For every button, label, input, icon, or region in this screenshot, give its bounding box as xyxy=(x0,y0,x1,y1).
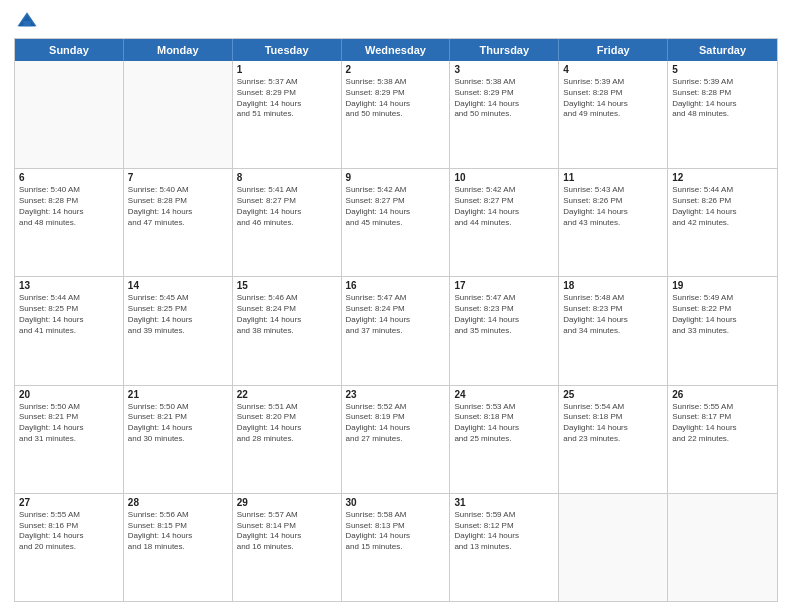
day-cell-31: 31Sunrise: 5:59 AMSunset: 8:12 PMDayligh… xyxy=(450,494,559,601)
cell-line: Sunrise: 5:54 AM xyxy=(563,402,663,413)
cell-line: Sunrise: 5:38 AM xyxy=(346,77,446,88)
day-number: 24 xyxy=(454,389,554,400)
cell-line: Sunrise: 5:42 AM xyxy=(454,185,554,196)
cell-line: Daylight: 14 hours xyxy=(563,99,663,110)
day-number: 22 xyxy=(237,389,337,400)
day-number: 2 xyxy=(346,64,446,75)
calendar-body: 1Sunrise: 5:37 AMSunset: 8:29 PMDaylight… xyxy=(15,61,777,601)
cell-line: Sunrise: 5:59 AM xyxy=(454,510,554,521)
cell-line: Sunset: 8:16 PM xyxy=(19,521,119,532)
cell-line: Daylight: 14 hours xyxy=(19,531,119,542)
cell-line: Sunset: 8:12 PM xyxy=(454,521,554,532)
header-day-sunday: Sunday xyxy=(15,39,124,61)
day-number: 14 xyxy=(128,280,228,291)
cell-line: Daylight: 14 hours xyxy=(454,423,554,434)
day-number: 27 xyxy=(19,497,119,508)
day-number: 7 xyxy=(128,172,228,183)
day-number: 3 xyxy=(454,64,554,75)
cell-line: and 20 minutes. xyxy=(19,542,119,553)
day-number: 18 xyxy=(563,280,663,291)
cell-line: Sunset: 8:28 PM xyxy=(19,196,119,207)
cell-line: Sunrise: 5:53 AM xyxy=(454,402,554,413)
cell-line: Daylight: 14 hours xyxy=(128,315,228,326)
day-cell-23: 23Sunrise: 5:52 AMSunset: 8:19 PMDayligh… xyxy=(342,386,451,493)
day-number: 11 xyxy=(563,172,663,183)
cell-line: Sunset: 8:18 PM xyxy=(563,412,663,423)
cell-line: Daylight: 14 hours xyxy=(563,423,663,434)
cell-line: Daylight: 14 hours xyxy=(563,207,663,218)
cell-line: Daylight: 14 hours xyxy=(128,531,228,542)
day-number: 9 xyxy=(346,172,446,183)
cell-line: Daylight: 14 hours xyxy=(563,315,663,326)
cell-line: Sunrise: 5:44 AM xyxy=(672,185,773,196)
cell-line: and 41 minutes. xyxy=(19,326,119,337)
cell-line: and 49 minutes. xyxy=(563,109,663,120)
day-number: 5 xyxy=(672,64,773,75)
cell-line: Sunset: 8:21 PM xyxy=(19,412,119,423)
header xyxy=(14,10,778,32)
cell-line: Sunrise: 5:43 AM xyxy=(563,185,663,196)
day-number: 31 xyxy=(454,497,554,508)
calendar-header: SundayMondayTuesdayWednesdayThursdayFrid… xyxy=(15,39,777,61)
cell-line: Sunrise: 5:40 AM xyxy=(19,185,119,196)
cell-line: Sunset: 8:27 PM xyxy=(454,196,554,207)
day-cell-14: 14Sunrise: 5:45 AMSunset: 8:25 PMDayligh… xyxy=(124,277,233,384)
cell-line: Sunset: 8:26 PM xyxy=(672,196,773,207)
cell-line: Sunrise: 5:58 AM xyxy=(346,510,446,521)
day-number: 23 xyxy=(346,389,446,400)
cell-line: Sunrise: 5:55 AM xyxy=(672,402,773,413)
cell-line: Daylight: 14 hours xyxy=(346,315,446,326)
day-number: 21 xyxy=(128,389,228,400)
day-number: 19 xyxy=(672,280,773,291)
cell-line: and 13 minutes. xyxy=(454,542,554,553)
day-cell-1: 1Sunrise: 5:37 AMSunset: 8:29 PMDaylight… xyxy=(233,61,342,168)
day-number: 17 xyxy=(454,280,554,291)
cell-line: Sunrise: 5:41 AM xyxy=(237,185,337,196)
cell-line: and 44 minutes. xyxy=(454,218,554,229)
cell-line: and 47 minutes. xyxy=(128,218,228,229)
day-cell-25: 25Sunrise: 5:54 AMSunset: 8:18 PMDayligh… xyxy=(559,386,668,493)
cell-line: and 48 minutes. xyxy=(672,109,773,120)
day-number: 26 xyxy=(672,389,773,400)
day-cell-7: 7Sunrise: 5:40 AMSunset: 8:28 PMDaylight… xyxy=(124,169,233,276)
cell-line: Daylight: 14 hours xyxy=(237,207,337,218)
day-cell-2: 2Sunrise: 5:38 AMSunset: 8:29 PMDaylight… xyxy=(342,61,451,168)
cell-line: and 18 minutes. xyxy=(128,542,228,553)
day-cell-3: 3Sunrise: 5:38 AMSunset: 8:29 PMDaylight… xyxy=(450,61,559,168)
cell-line: Daylight: 14 hours xyxy=(346,99,446,110)
cell-line: Sunset: 8:26 PM xyxy=(563,196,663,207)
cell-line: and 27 minutes. xyxy=(346,434,446,445)
cell-line: Sunset: 8:22 PM xyxy=(672,304,773,315)
day-cell-20: 20Sunrise: 5:50 AMSunset: 8:21 PMDayligh… xyxy=(15,386,124,493)
cell-line: Sunrise: 5:39 AM xyxy=(563,77,663,88)
day-number: 15 xyxy=(237,280,337,291)
cell-line: and 31 minutes. xyxy=(19,434,119,445)
cell-line: Sunset: 8:13 PM xyxy=(346,521,446,532)
header-day-monday: Monday xyxy=(124,39,233,61)
day-cell-22: 22Sunrise: 5:51 AMSunset: 8:20 PMDayligh… xyxy=(233,386,342,493)
day-number: 25 xyxy=(563,389,663,400)
cell-line: Sunrise: 5:37 AM xyxy=(237,77,337,88)
cell-line: and 43 minutes. xyxy=(563,218,663,229)
cell-line: and 38 minutes. xyxy=(237,326,337,337)
cell-line: Sunrise: 5:47 AM xyxy=(454,293,554,304)
empty-cell xyxy=(124,61,233,168)
cell-line: Sunset: 8:28 PM xyxy=(672,88,773,99)
cell-line: and 48 minutes. xyxy=(19,218,119,229)
day-number: 10 xyxy=(454,172,554,183)
header-day-thursday: Thursday xyxy=(450,39,559,61)
cell-line: Sunset: 8:25 PM xyxy=(19,304,119,315)
cell-line: Sunrise: 5:44 AM xyxy=(19,293,119,304)
cell-line: and 35 minutes. xyxy=(454,326,554,337)
cell-line: Sunset: 8:25 PM xyxy=(128,304,228,315)
day-cell-16: 16Sunrise: 5:47 AMSunset: 8:24 PMDayligh… xyxy=(342,277,451,384)
cell-line: Sunrise: 5:56 AM xyxy=(128,510,228,521)
cell-line: Daylight: 14 hours xyxy=(346,207,446,218)
cell-line: Daylight: 14 hours xyxy=(346,531,446,542)
cell-line: and 34 minutes. xyxy=(563,326,663,337)
cell-line: and 50 minutes. xyxy=(346,109,446,120)
cell-line: Daylight: 14 hours xyxy=(346,423,446,434)
cell-line: Daylight: 14 hours xyxy=(454,99,554,110)
day-number: 13 xyxy=(19,280,119,291)
day-number: 4 xyxy=(563,64,663,75)
